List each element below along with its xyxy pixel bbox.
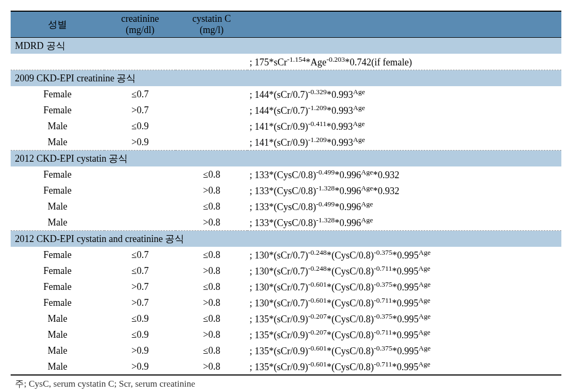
cell-cystatin [176,54,247,70]
cell-sex: Male [11,327,104,343]
cell-formula: ; 135*(sCr/0.9)-0.601*(CysC/0.8)-0.711*0… [247,358,561,375]
cell-formula: ; 133*(CysC/0.8)-1.328*0.996Age [247,214,561,231]
cell-creatinine [104,182,176,198]
cell-sex: Female [11,86,104,102]
cell-formula: ; 130*(sCr/0.7)-0.601*(CysC/0.8)-0.375*0… [247,279,561,295]
cell-formula: ; 135*(sCr/0.9)-0.207*(CysC/0.8)-0.375*0… [247,311,561,327]
cell-sex: Female [11,102,104,118]
cell-sex: Male [11,358,104,375]
table-footnote: 주; CysC, serum cystatin C; Scr, serum cr… [11,376,561,390]
section-title: 2012 CKD-EPI cystatin 공식 [11,151,561,167]
egfr-formula-table: 성별 creatinine (mg/dl) cystatin C (mg/l) … [11,11,561,376]
cell-cystatin [176,134,247,151]
cell-creatinine: >0.7 [104,295,176,311]
cell-creatinine: ≤0.7 [104,86,176,102]
section-title: 2009 CKD-EPI creatinine 공식 [11,70,561,87]
cell-sex: Female [11,263,104,279]
cell-sex: Male [11,343,104,358]
cell-creatinine: ≤0.9 [104,311,176,327]
cell-creatinine [104,166,176,182]
header-sex: 성별 [11,11,104,38]
cell-sex: Female [11,279,104,295]
cell-creatinine: >0.9 [104,343,176,358]
cell-creatinine: ≤0.7 [104,247,176,263]
cell-creatinine: >0.7 [104,102,176,118]
cell-cystatin: >0.8 [176,327,247,343]
cell-sex: Male [11,134,104,151]
cell-cystatin: ≤0.8 [176,198,247,214]
cell-sex: Male [11,214,104,231]
cell-creatinine: >0.9 [104,358,176,375]
section-title: 2012 CKD-EPI cystatin and creatinine 공식 [11,231,561,247]
cell-formula: ; 144*(sCr/0.7)-1.209*0.993Age [247,102,561,118]
cell-cystatin: ≤0.8 [176,166,247,182]
cell-cystatin: >0.8 [176,295,247,311]
cell-cystatin: >0.8 [176,182,247,198]
table-header: 성별 creatinine (mg/dl) cystatin C (mg/l) [11,11,561,38]
cell-formula: ; 130*(sCr/0.7)-0.248*(CysC/0.8)-0.375*0… [247,247,561,263]
header-creatinine: creatinine (mg/dl) [104,11,176,38]
cell-formula: ; 141*(sCr/0.9)-1.209*0.993Age [247,134,561,151]
cell-creatinine: ≤0.9 [104,118,176,134]
cell-creatinine [104,54,176,70]
cell-cystatin [176,102,247,118]
egfr-formula-table-wrap: 성별 creatinine (mg/dl) cystatin C (mg/l) … [11,11,561,390]
cell-formula: ; 141*(sCr/0.9)-0.411*0.993Age [247,118,561,134]
cell-sex: Female [11,182,104,198]
cell-cystatin [176,118,247,134]
cell-creatinine: >0.7 [104,279,176,295]
header-cystatin: cystatin C (mg/l) [176,11,247,38]
cell-cystatin: ≤0.8 [176,279,247,295]
cell-formula: ; 135*(sCr/0.9)-0.207*(CysC/0.8)-0.711*0… [247,327,561,343]
cell-creatinine: ≤0.9 [104,327,176,343]
table-body: MDRD 공식; 175*sCr-1.154*Age-0.203*0.742(i… [11,38,561,376]
cell-creatinine [104,214,176,231]
cell-cystatin: >0.8 [176,214,247,231]
cell-cystatin: ≤0.8 [176,247,247,263]
cell-creatinine [104,198,176,214]
cell-cystatin [176,86,247,102]
cell-creatinine: >0.9 [104,134,176,151]
cell-cystatin: >0.8 [176,358,247,375]
cell-formula: ; 130*(sCr/0.7)-0.248*(CysC/0.8)-0.711*0… [247,263,561,279]
cell-cystatin: ≤0.8 [176,343,247,358]
cell-sex: Female [11,166,104,182]
header-formula [247,11,561,38]
cell-sex: Female [11,295,104,311]
cell-sex: Female [11,247,104,263]
section-title: MDRD 공식 [11,38,561,54]
cell-sex: Male [11,311,104,327]
cell-formula: ; 144*(sCr/0.7)-0.329*0.993Age [247,86,561,102]
cell-creatinine: ≤0.7 [104,263,176,279]
cell-sex: Male [11,118,104,134]
cell-formula: ; 175*sCr-1.154*Age-0.203*0.742(if femal… [247,54,561,70]
cell-formula: ; 133*(CysC/0.8)-1.328*0.996Age*0.932 [247,182,561,198]
cell-cystatin: >0.8 [176,263,247,279]
cell-sex: Male [11,198,104,214]
cell-formula: ; 133*(CysC/0.8)-0.499*0.996Age [247,198,561,214]
cell-formula: ; 130*(sCr/0.7)-0.601*(CysC/0.8)-0.711*0… [247,295,561,311]
cell-formula: ; 135*(sCr/0.9)-0.601*(CysC/0.8)-0.375*0… [247,343,561,358]
cell-sex [11,54,104,70]
cell-formula: ; 133*(CysC/0.8)-0.499*0.996Age*0.932 [247,166,561,182]
cell-cystatin: ≤0.8 [176,311,247,327]
